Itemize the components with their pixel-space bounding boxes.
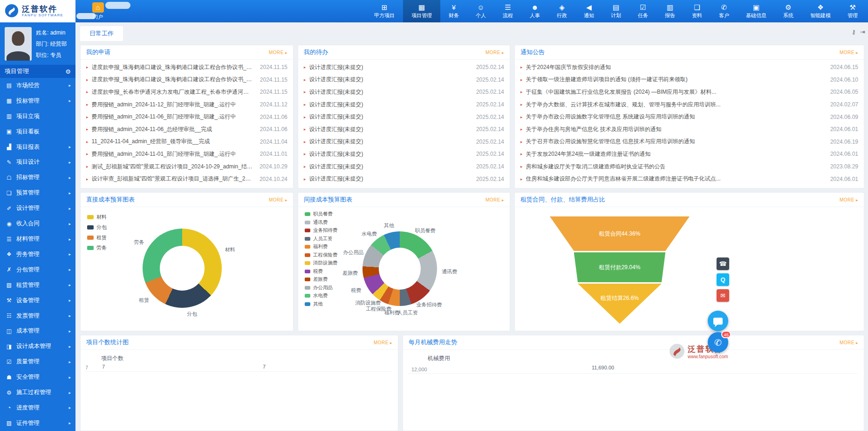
- sidebar-item-劳务管理[interactable]: ❖劳务管理▸: [0, 247, 75, 262]
- sidebar-item-项目设计[interactable]: ✎项目设计▸: [0, 155, 75, 170]
- more-button[interactable]: MORE: [485, 197, 504, 202]
- more-button[interactable]: MORE: [374, 340, 392, 345]
- sidebar-item-项目看板[interactable]: ▣项目看板: [0, 124, 75, 139]
- nav-item-管理[interactable]: ⚒管理: [839, 0, 866, 22]
- nav-item-报告[interactable]: ▥报告: [656, 0, 683, 22]
- nav-item-财务[interactable]: ¥财务: [440, 0, 467, 22]
- series-legend[interactable]: 机械费用: [428, 355, 450, 362]
- nav-item-通知[interactable]: ◀通知: [575, 0, 602, 22]
- nav-item-甲方项目[interactable]: ⊞甲方项目: [366, 0, 403, 22]
- legend-item[interactable]: 水电费: [305, 292, 338, 299]
- portal-button[interactable]: ⌂ 门户: [75, 0, 120, 22]
- service-button[interactable]: ✆ 45: [708, 332, 728, 353]
- list-item[interactable]: ▸设计进度汇报(未提交)2025.02.14: [304, 61, 504, 74]
- nav-item-行政[interactable]: ◈行政: [548, 0, 575, 22]
- sidebar-item-市场经营[interactable]: ▤市场经营▸: [0, 78, 75, 93]
- nav-item-任务[interactable]: ☑任务: [629, 0, 656, 22]
- more-button[interactable]: MORE: [269, 197, 287, 202]
- nav-item-流程[interactable]: ☰流程: [494, 0, 521, 22]
- list-item[interactable]: ▸设计进度汇报(未提交)2025.02.14: [304, 98, 504, 111]
- tab-daily-work[interactable]: 日常工作: [80, 26, 123, 41]
- sidebar-item-投标管理[interactable]: ▦投标管理▸: [0, 93, 75, 109]
- legend-item[interactable]: 办公用品: [305, 285, 338, 291]
- sidebar-item-收入合同[interactable]: ◉收入合同▸: [0, 216, 75, 231]
- nav-item-计划[interactable]: ▤计划: [602, 0, 629, 22]
- sidebar-item-设计管理[interactable]: ✐设计管理▸: [0, 201, 75, 216]
- legend-item[interactable]: 消防设施费: [305, 260, 338, 266]
- sidebar-item-安全管理[interactable]: ☗安全管理▸: [0, 369, 75, 385]
- nav-item-个人[interactable]: ☺个人: [467, 0, 494, 22]
- list-item[interactable]: ▸进度款申报_珠海鹤港口建设_珠海鹤港口建设工程合作协议书_admin_...2…: [86, 74, 287, 86]
- more-button[interactable]: MORE: [840, 197, 858, 202]
- legend-item[interactable]: 差旅费: [305, 276, 338, 283]
- sidebar-item-项目立项[interactable]: ▥项目立项: [0, 109, 75, 124]
- nav-item-系统[interactable]: ⚙系统: [775, 0, 802, 22]
- list-item[interactable]: ▸设计进度汇报(未提交)2025.02.14: [304, 111, 504, 123]
- list-item[interactable]: ▸关于举办住房与房地产信息化 技术及应用培训班的通知2024.06.01: [520, 123, 858, 136]
- nav-item-客户[interactable]: ✆客户: [711, 0, 738, 22]
- list-item[interactable]: ▸住房和城乡建设部办公厅关于同意吉林省开展二级建造师注册证书电子化试点...20…: [520, 173, 858, 185]
- nav-item-基础信息[interactable]: ▣基础信息: [738, 0, 775, 22]
- sidebar-item-施工过程管理[interactable]: ⚙施工过程管理▸: [0, 385, 75, 400]
- list-item[interactable]: ▸设计进度汇报(未提交)2025.02.14: [304, 173, 504, 185]
- sidebar-item-招标管理[interactable]: ☖招标管理▸: [0, 170, 75, 185]
- gear-icon[interactable]: ⚙: [65, 68, 71, 75]
- legend-item[interactable]: 福利费: [305, 243, 338, 250]
- sidebar-item-设备管理[interactable]: ⚒设备管理▸: [0, 293, 75, 308]
- list-item[interactable]: ▸进度款申报_珠海鹤港口建设_珠海鹤港口建设工程合作协议书_admin_...2…: [86, 61, 287, 74]
- list-item[interactable]: ▸费用报销_admin_2024-11-06_部门经理审批_胡建_.运行中202…: [86, 111, 287, 123]
- nav-item-项目管理[interactable]: ▦项目管理: [403, 0, 440, 22]
- chat-button[interactable]: [708, 311, 728, 331]
- list-item[interactable]: ▸关于发放2024年第24批一级建造师注册证书的通知2024.06.01: [520, 148, 858, 160]
- legend-item[interactable]: 分包: [87, 224, 107, 231]
- list-item[interactable]: ▸关于领取一级注册建造师培训项目的通知 (须持一建证书前来领取)2024.06.…: [520, 74, 858, 86]
- list-item[interactable]: ▸进度款申报_长春市伊通河水力发电厂改建工程_长春市伊通河水力发电...2024…: [86, 86, 287, 98]
- collapse-icon[interactable]: ⇥: [860, 28, 865, 35]
- qq-contact-icon[interactable]: Q: [717, 273, 729, 286]
- legend-item[interactable]: 职员餐费: [305, 211, 338, 217]
- list-item[interactable]: ▸于征集《中国建筑施工行业信息化发展报告 (2024) —BIM应用与发展》材料…: [520, 86, 858, 98]
- sidebar-item-设计成本管理[interactable]: ◨设计成本管理▸: [0, 339, 75, 354]
- legend-item[interactable]: 其他: [305, 301, 338, 307]
- nav-item-资料[interactable]: ❏资料: [683, 0, 711, 22]
- list-item[interactable]: ▸关于召开市政公用设施智慧化管理信息 信息技术与应用培训班的通知2024.06.…: [520, 136, 858, 148]
- sidebar-item-成本管理[interactable]: ◫成本管理▸: [0, 324, 75, 339]
- sidebar-item-预算管理[interactable]: ❏预算管理▸: [0, 185, 75, 201]
- sidebar-item-租赁管理[interactable]: ▧租赁管理▸: [0, 278, 75, 293]
- nav-item-智能建模[interactable]: ❖智能建模: [802, 0, 839, 22]
- sidebar-item-发票管理[interactable]: ☷发票管理▸: [0, 308, 75, 324]
- more-button[interactable]: MORE: [269, 50, 287, 55]
- list-item[interactable]: ▸11_2024-11-04_admin_经营部_领导审批__完成2024.11…: [86, 136, 287, 148]
- list-item[interactable]: ▸费用报销_admin_2024-11-12_部门经理审批_胡建_.运行中202…: [86, 98, 287, 111]
- list-item[interactable]: ▸房和城乡建设厅关于取消二级建造师临时执业证书的公告2023.08.29: [520, 160, 858, 173]
- list-item[interactable]: ▸关于举办市政公用设施数字化管理信息 系统建设与应用培训班的通知2024.06.…: [520, 111, 858, 123]
- phone-contact-icon[interactable]: ☎: [717, 257, 729, 270]
- legend-item[interactable]: 工程保险费: [305, 252, 338, 258]
- legend-item[interactable]: 劳务: [87, 244, 107, 251]
- sidebar-item-项目报表[interactable]: ▟项目报表▸: [0, 139, 75, 155]
- mail-contact-icon[interactable]: ✉: [717, 289, 729, 302]
- list-item[interactable]: ▸测试_彭祖新城"四馆"景观工程设计项目_2024-10-29_admin_结束…: [86, 160, 287, 173]
- legend-item[interactable]: 租赁: [87, 234, 107, 241]
- list-item[interactable]: ▸设计审查_彭祖新城"四馆"景观工程设计项目_请选择_胡广生_2024-10-2…: [86, 173, 287, 185]
- list-item[interactable]: ▸关于2024年国庆节放假安排的通知2024.06.15: [520, 61, 858, 74]
- list-item[interactable]: ▸设计进度汇报(未提交)2025.02.14: [304, 148, 504, 160]
- list-item[interactable]: ▸设计进度汇报(未提交)2025.02.14: [304, 74, 504, 86]
- legend-item[interactable]: 人员工资: [305, 236, 338, 242]
- legend-item[interactable]: 通讯费: [305, 219, 338, 226]
- more-button[interactable]: MORE: [840, 340, 858, 345]
- key-icon[interactable]: ⚷: [852, 28, 856, 35]
- sidebar-item-质量管理[interactable]: ☑质量管理▸: [0, 354, 75, 369]
- more-button[interactable]: MORE: [485, 50, 504, 55]
- legend-item[interactable]: 业务招待费: [305, 227, 338, 234]
- app-logo[interactable]: 泛普软件 FANPU SOFTWARE: [0, 0, 75, 22]
- list-item[interactable]: ▸设计进度汇报(未提交)2025.02.14: [304, 160, 504, 173]
- sidebar-item-分包管理[interactable]: ✗分包管理▸: [0, 262, 75, 278]
- nav-item-人事[interactable]: ☻人事: [521, 0, 548, 22]
- legend-item[interactable]: 材料: [87, 214, 107, 221]
- list-item[interactable]: ▸关于举办大数据、云计算技术在城市建设、规划、管理与服务中的应用培训班...20…: [520, 98, 858, 111]
- series-legend[interactable]: 项目个数: [101, 355, 123, 362]
- sidebar-item-证件管理[interactable]: ▨证件管理▸: [0, 416, 75, 431]
- list-item[interactable]: ▸费用报销_admin_2024-11-01_部门经理审批_胡建_.运行中202…: [86, 148, 287, 160]
- list-item[interactable]: ▸费用报销_admin_2024-11-06_总经理审批__完成2024.11.…: [86, 123, 287, 136]
